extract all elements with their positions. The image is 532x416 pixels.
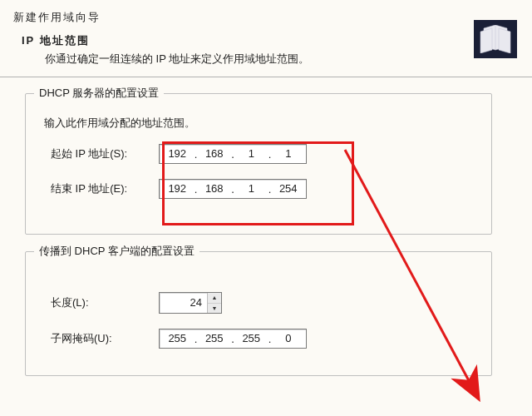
start-ip-input[interactable]: 192. 168. 1. 1: [159, 144, 307, 164]
length-label: 长度(L):: [51, 295, 159, 310]
mask-label: 子网掩码(U):: [51, 331, 159, 346]
ip-octet[interactable]: 1: [235, 180, 268, 198]
wizard-logo: [474, 20, 517, 58]
mask-row: 子网掩码(U): 255. 255. 255. 0: [51, 329, 476, 349]
length-spinner[interactable]: 24 ▲ ▼: [159, 292, 222, 314]
spinner-buttons: ▲ ▼: [207, 293, 221, 313]
group-legend: DHCP 服务器的配置设置: [34, 86, 164, 101]
ip-octet[interactable]: 192: [161, 145, 194, 163]
dhcp-server-settings-group: DHCP 服务器的配置设置 输入此作用域分配的地址范围。 起始 IP 地址(S)…: [25, 93, 492, 235]
length-row: 长度(L): 24 ▲ ▼: [51, 292, 476, 314]
end-ip-row: 结束 IP 地址(E): 192. 168. 1. 254: [51, 179, 476, 199]
ip-octet[interactable]: 254: [273, 180, 305, 198]
new-scope-wizard: 新建作用域向导 IP 地址范围 你通过确定一组连续的 IP 地址来定义作用域地址…: [0, 0, 532, 416]
ip-octet[interactable]: 1: [235, 145, 268, 163]
ip-octet[interactable]: 168: [199, 145, 231, 163]
header-separator: [0, 77, 532, 77]
ip-octet[interactable]: 168: [199, 180, 231, 198]
ip-octet[interactable]: 255: [199, 329, 231, 348]
ip-octet[interactable]: 255: [161, 329, 194, 348]
ip-octet[interactable]: 0: [273, 329, 305, 348]
start-ip-label: 起始 IP 地址(S):: [51, 146, 159, 161]
ip-octet[interactable]: 192: [161, 180, 194, 198]
wizard-subheader: IP 地址范围 你通过确定一组连续的 IP 地址来定义作用域地址范围。: [22, 33, 520, 67]
dhcp-client-settings-group: 传播到 DHCP 客户端的配置设置 长度(L): 24 ▲ ▼ 子网掩码(U):…: [25, 251, 492, 376]
scope-pages-icon: [479, 25, 512, 53]
description: 你通过确定一组连续的 IP 地址来定义作用域地址范围。: [45, 52, 520, 67]
end-ip-input[interactable]: 192. 168. 1. 254: [159, 179, 307, 199]
wizard-title: 新建作用域向导: [13, 10, 520, 25]
subnet-mask-input[interactable]: 255. 255. 255. 0: [159, 329, 307, 349]
ip-octet[interactable]: 1: [273, 145, 305, 163]
heading: IP 地址范围: [22, 33, 520, 48]
range-hint: 输入此作用域分配的地址范围。: [44, 116, 476, 131]
length-value[interactable]: 24: [160, 293, 207, 313]
start-ip-row: 起始 IP 地址(S): 192. 168. 1. 1: [51, 144, 476, 164]
end-ip-label: 结束 IP 地址(E):: [51, 181, 159, 196]
ip-octet[interactable]: 255: [235, 329, 268, 348]
spin-down-button[interactable]: ▼: [208, 304, 221, 314]
group-legend: 传播到 DHCP 客户端的配置设置: [34, 244, 200, 259]
spin-up-button[interactable]: ▲: [208, 293, 221, 304]
